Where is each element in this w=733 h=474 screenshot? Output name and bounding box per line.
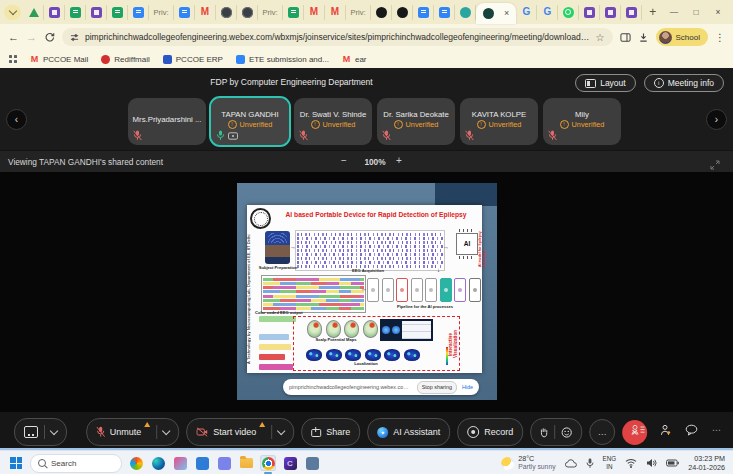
side-panel-icon[interactable] [620, 32, 631, 43]
minimize-button[interactable]: — [663, 7, 685, 17]
chrome-taskbar-icon[interactable] [260, 455, 276, 471]
tab-close-icon[interactable]: × [504, 9, 509, 18]
bookmark-item[interactable]: ETE submission and... [236, 55, 329, 64]
maximize-button[interactable]: □ [685, 7, 707, 17]
participant-tile[interactable]: Mrs.Priyadarshini ... [128, 98, 206, 145]
weather-icon [501, 457, 514, 470]
chat-icon[interactable] [685, 424, 698, 436]
browser-tab[interactable] [24, 5, 44, 20]
bookmark-item[interactable]: Rediffmail [101, 55, 149, 64]
browser-tab[interactable] [600, 5, 621, 20]
taskbar-search[interactable]: Search [30, 454, 122, 473]
participants-panel-icon[interactable] [631, 424, 645, 436]
bookmark-item[interactable]: Mear [342, 55, 367, 64]
browser-tab[interactable] [174, 5, 195, 20]
volume-icon[interactable] [646, 458, 657, 468]
browser-tab[interactable] [283, 5, 304, 20]
downloads-icon[interactable] [638, 32, 649, 43]
reload-button[interactable] [44, 32, 55, 43]
site-settings-icon[interactable] [70, 33, 79, 42]
forward-button[interactable]: → [26, 32, 37, 43]
profile-chip[interactable]: School [656, 28, 708, 46]
more-panels-icon[interactable]: ⋯ [712, 425, 721, 435]
url-text[interactable]: pimprichinchwadcollegeofengineering.webe… [85, 32, 590, 42]
windows-start-button[interactable] [10, 457, 22, 469]
tray-mic-icon[interactable] [586, 458, 594, 469]
bookmark-star-icon[interactable]: ☆ [596, 32, 605, 43]
brain-image [404, 349, 420, 361]
browser-tab[interactable]: G [537, 5, 558, 20]
teams-taskbar-icon[interactable] [216, 455, 232, 471]
browser-tab[interactable] [86, 5, 107, 20]
zoom-in-button[interactable]: + [396, 155, 402, 166]
zoom-level[interactable]: 100% [357, 157, 393, 167]
meeting-info-button[interactable]: i Meeting info [644, 74, 724, 92]
browser-tab[interactable] [128, 5, 149, 20]
browser-tab[interactable] [44, 5, 65, 20]
browser-tab[interactable] [237, 5, 258, 20]
copilot-taskbar-icon[interactable] [128, 455, 144, 471]
back-button[interactable]: ← [8, 32, 19, 43]
code-taskbar-icon[interactable]: C [282, 455, 298, 471]
filmstrip-next-button[interactable]: › [706, 109, 727, 130]
cloud-icon[interactable] [565, 459, 577, 468]
taskbar-weather[interactable]: 28°C Partly sunny [501, 455, 555, 471]
more-options-button[interactable]: … [589, 419, 615, 445]
participant-tile[interactable]: TAPAN GANDHI!Unverified [211, 98, 289, 145]
share-button[interactable]: Share [301, 418, 360, 446]
apps-grid-icon[interactable] [9, 55, 17, 63]
unmute-button[interactable]: Unmute [86, 418, 180, 446]
browser-tab[interactable] [413, 5, 434, 20]
participant-tile[interactable]: Dr. Sarika Deokate!Unverified [377, 98, 455, 145]
record-button[interactable]: Record [457, 418, 523, 446]
battery-icon[interactable] [666, 459, 679, 467]
browser-tab[interactable] [392, 5, 413, 20]
bookmark-item[interactable]: MPCCOE Mail [30, 55, 88, 64]
browser-tab[interactable] [579, 5, 600, 20]
browser-tab[interactable] [216, 5, 237, 20]
erp-icon [163, 55, 172, 64]
new-tab-button[interactable]: + [642, 5, 663, 19]
browser-tab[interactable]: G [516, 5, 537, 20]
folder-taskbar-icon[interactable] [238, 455, 254, 471]
taskbar-clock[interactable]: 03:23 PM 24-01-2026 [688, 454, 725, 472]
participant-tile[interactable]: Dr. Swati V. Shinde!Unverified [294, 98, 372, 145]
browser-tab[interactable] [371, 5, 392, 20]
browser-tab[interactable] [558, 5, 579, 20]
participant-tile[interactable]: Mily!Unverified [543, 98, 621, 145]
browser-tab[interactable] [65, 5, 86, 20]
browser-tab[interactable] [107, 5, 128, 20]
ai-assistant-button[interactable]: ✦ AI Assistant [367, 418, 450, 446]
tab-search-button[interactable] [4, 5, 21, 20]
pin-taskbar-icon[interactable] [172, 455, 188, 471]
language-indicator[interactable]: ENGIN [603, 455, 617, 470]
browser-tab[interactable]: Priv: [149, 5, 174, 20]
store-taskbar-icon[interactable] [194, 455, 210, 471]
browser-tab[interactable] [621, 5, 642, 20]
layout-button[interactable]: Layout [575, 74, 636, 92]
browser-tab[interactable]: Priv: [346, 5, 371, 20]
browser-menu-icon[interactable]: ⋮ [715, 32, 725, 43]
filmstrip-prev-button[interactable]: ‹ [6, 109, 27, 130]
browser-tab[interactable]: M [304, 5, 325, 20]
start-video-button[interactable]: Start video [186, 418, 294, 446]
address-bar[interactable]: pimprichinchwadcollegeofengineering.webe… [62, 28, 613, 46]
remote-taskbar-icon[interactable] [304, 455, 320, 471]
panels-icon[interactable] [659, 424, 671, 436]
zoom-out-button[interactable]: − [341, 155, 347, 166]
active-tab[interactable]: × [476, 3, 516, 24]
close-button[interactable]: × [707, 7, 729, 17]
wifi-icon[interactable] [625, 458, 637, 468]
reactions-button[interactable] [530, 418, 582, 446]
browser-tab[interactable]: Priv: [258, 5, 283, 20]
browser-tab[interactable] [434, 5, 455, 20]
hide-banner-button[interactable]: Hide [462, 384, 473, 390]
browser-tab[interactable]: M [195, 5, 216, 20]
bookmark-item[interactable]: PCCOE ERP [163, 55, 223, 64]
browser-tab[interactable]: M [325, 5, 346, 20]
stop-sharing-button[interactable]: Stop sharing [417, 381, 457, 394]
browser-tab[interactable] [455, 5, 476, 20]
captions-button[interactable] [14, 418, 67, 446]
participant-tile[interactable]: KAVITA KOLPE!Unverified [460, 98, 538, 145]
edge-taskbar-icon[interactable] [150, 455, 166, 471]
